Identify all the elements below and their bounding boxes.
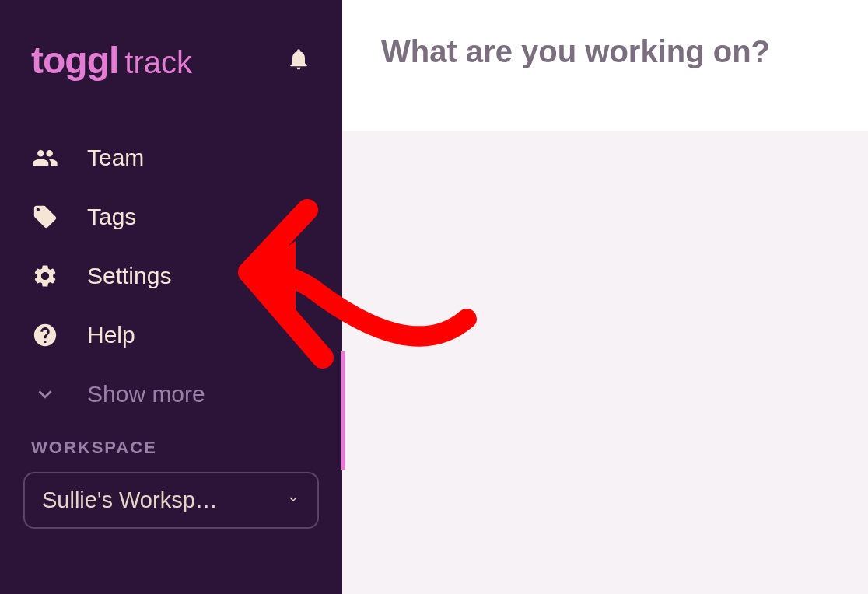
- logo[interactable]: toggl track: [31, 39, 192, 82]
- logo-product: track: [124, 45, 192, 80]
- workspace-heading: WORKSPACE: [23, 438, 319, 458]
- sidebar-item-settings[interactable]: Settings: [0, 246, 342, 306]
- sidebar-item-show-more[interactable]: Show more: [0, 365, 342, 424]
- workspace-section: WORKSPACE Sullie's Worksp…: [0, 438, 342, 529]
- sidebar-item-help[interactable]: Help: [0, 306, 342, 365]
- sidebar: toggl track Team Tags Settings Help: [0, 0, 342, 594]
- sidebar-item-tags[interactable]: Tags: [0, 187, 342, 246]
- help-icon: [31, 321, 59, 349]
- bell-icon[interactable]: [286, 46, 311, 75]
- team-icon: [31, 144, 59, 172]
- chevron-down-icon: [31, 380, 59, 408]
- workspace-selector[interactable]: Sullie's Worksp…: [23, 472, 319, 529]
- sidebar-item-label: Help: [87, 322, 135, 348]
- chevron-down-icon: [286, 492, 300, 509]
- sidebar-item-team[interactable]: Team: [0, 128, 342, 187]
- main-header: [342, 0, 868, 131]
- tags-icon: [31, 203, 59, 231]
- sidebar-item-label: Team: [87, 145, 144, 171]
- sidebar-item-label: Tags: [87, 204, 136, 230]
- sidebar-item-label: Settings: [87, 263, 171, 289]
- accent-bar: [341, 351, 345, 470]
- workspace-selected-name: Sullie's Worksp…: [42, 487, 218, 513]
- main-area: [342, 0, 868, 594]
- sidebar-header: toggl track: [0, 39, 342, 128]
- task-input[interactable]: [381, 34, 829, 69]
- gear-icon: [31, 262, 59, 290]
- sidebar-item-label: Show more: [87, 381, 205, 407]
- logo-brand: toggl: [31, 39, 118, 82]
